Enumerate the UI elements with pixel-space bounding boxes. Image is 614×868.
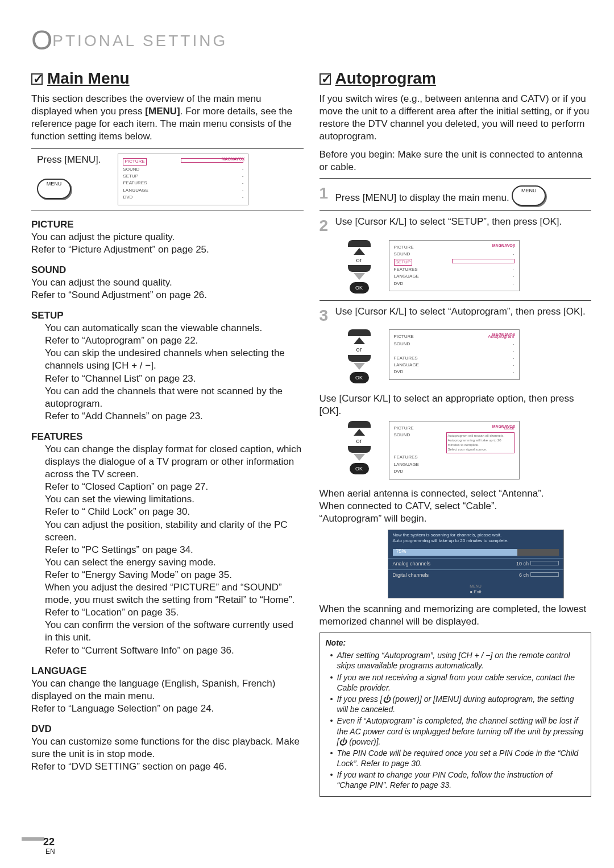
press-menu-block: Press [MENU]. MENU — [37, 154, 101, 199]
step-3b: Use [Cursor K/L] to select an appropriat… — [320, 392, 592, 418]
dpad-icon: or OK — [339, 240, 380, 296]
autoprogram-intro: If you switch wires (e.g., between anten… — [320, 93, 592, 143]
dvd-heading: DVD — [31, 723, 304, 735]
picture-heading: PICTURE — [31, 218, 304, 231]
page-heading: OPTIONAL SETTING — [31, 23, 591, 58]
menu-button-icon: MENU — [512, 185, 546, 206]
language-heading: LANGUAGE — [31, 665, 304, 677]
osd-autoprogram: MAGNAVOX PICTUREAutoprogram SOUND- - FEA… — [389, 329, 520, 379]
main-menu-column: Main Menu This section describes the ove… — [31, 68, 304, 796]
dpad-icon: or OK — [339, 421, 380, 477]
note-box: Note: After setting “Autoprogram”, using… — [320, 633, 592, 797]
aerial-text: When aerial antenna is connected, select… — [320, 487, 592, 500]
dpad-icon: or OK — [339, 329, 380, 385]
setup-heading: SETUP — [31, 309, 304, 322]
step-1: 1 Press [MENU] to display the main menu.… — [320, 183, 592, 206]
menu-button-icon: MENU — [37, 179, 71, 199]
scanning-box: Now the system is scanning for channels,… — [388, 530, 564, 598]
osd-main: MAGNAVOX PICTURE SOUND- SETUP- FEATURES-… — [118, 154, 248, 205]
after-scan: When the scanning and memorizing are com… — [320, 603, 592, 628]
step-3: 3 Use [Cursor K/L] to select “Autoprogra… — [320, 305, 592, 326]
osd-signal-source: MAGNAVOX PICTUREBack SOUND Autoprogram w… — [389, 421, 520, 480]
autoprogram-heading: Autoprogram — [320, 68, 592, 89]
step-2: 2 Use [Cursor K/L] to select “SETUP”, th… — [320, 216, 592, 236]
osd-setup: MAGNAVOX PICTURE- SOUND- SETUP FEATURES-… — [389, 240, 520, 291]
check-icon — [320, 73, 331, 85]
features-heading: FEATURES — [31, 431, 304, 443]
page-number: 22 EN — [22, 836, 55, 857]
check-icon — [31, 73, 43, 85]
sound-heading: SOUND — [31, 264, 304, 276]
before-begin: Before you begin: Make sure the unit is … — [320, 148, 592, 173]
autoprogram-column: Autoprogram If you switch wires (e.g., b… — [320, 68, 592, 796]
main-menu-heading: Main Menu — [31, 68, 304, 89]
main-menu-intro: This section describes the overview of t… — [31, 93, 304, 143]
